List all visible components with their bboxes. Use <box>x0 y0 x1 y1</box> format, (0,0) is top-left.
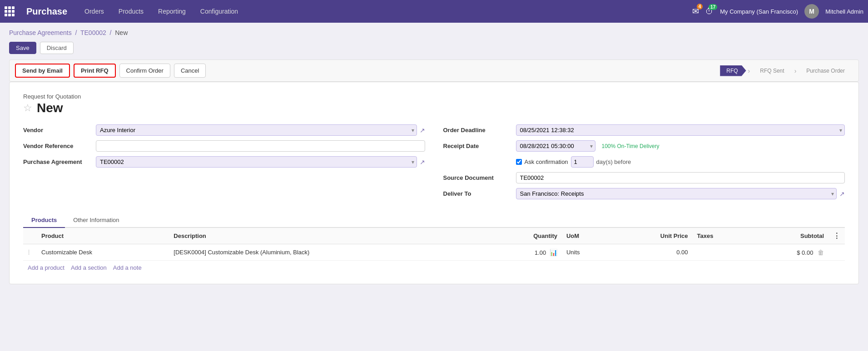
th-quantity: Quantity <box>489 228 562 244</box>
status-purchase-order[interactable]: Purchase Order <box>798 65 853 76</box>
column-menu-icon[interactable]: ⋮ <box>833 232 840 240</box>
source-document-value <box>516 172 845 183</box>
tab-other-information[interactable]: Other Information <box>65 213 127 228</box>
vendor-ref-label: Vendor Reference <box>23 143 96 149</box>
ask-confirmation-days-input[interactable] <box>571 156 594 168</box>
th-product: Product <box>37 228 169 244</box>
menu-orders[interactable]: Orders <box>78 5 110 18</box>
forecast-icon[interactable]: 📊 <box>550 249 557 256</box>
th-handle <box>23 228 37 244</box>
status-rfq-sent[interactable]: RFQ Sent <box>752 65 792 76</box>
source-document-input[interactable] <box>516 172 845 183</box>
purchase-agreement-label: Purchase Agreement <box>23 158 96 165</box>
vendor-ref-value <box>96 140 425 152</box>
deliver-to-label: Deliver To <box>443 190 516 197</box>
breadcrumb-part-2: New <box>115 29 128 36</box>
form-title: New <box>37 101 63 115</box>
purchase-agreement-external-link-icon[interactable]: ↗ <box>420 158 425 166</box>
row-product-cell[interactable]: Customizable Desk <box>37 244 169 261</box>
row-taxes-cell[interactable] <box>693 244 749 261</box>
breadcrumb-part-0[interactable]: Purchase Agreements <box>9 29 72 36</box>
vendor-select[interactable]: Azure Interior <box>96 124 417 136</box>
th-subtotal: Subtotal <box>749 228 828 244</box>
row-quantity-value: 1.00 <box>535 249 546 256</box>
mail-notification[interactable]: ✉ 4 <box>692 6 699 16</box>
purchase-agreement-select-wrap: TE00002 ▾ <box>96 156 417 168</box>
ask-confirmation-checkbox[interactable] <box>516 159 522 165</box>
discard-button[interactable]: Discard <box>40 42 74 54</box>
app-grid-menu[interactable] <box>5 6 17 16</box>
menu-configuration[interactable]: Configuration <box>194 5 244 18</box>
row-subtotal-cell: $ 0.00 🗑 <box>749 244 828 261</box>
row-drag-handle-icon[interactable]: ⁞ <box>28 248 30 256</box>
toolbar-wrap: Send by Email Print RFQ Confirm Order Ca… <box>9 59 859 82</box>
menu-reporting[interactable]: Reporting <box>152 5 192 18</box>
row-subtotal-value: $ 0.00 <box>797 249 813 256</box>
action-bar: Save Discard <box>9 42 859 54</box>
clock-notification[interactable]: ⏱ 17 <box>705 7 714 16</box>
avatar[interactable]: M <box>804 4 819 19</box>
favorite-star-icon[interactable]: ☆ <box>23 102 32 114</box>
print-rfq-button[interactable]: Print RFQ <box>74 64 116 78</box>
ask-confirmation-field-row: Ask confirmation day(s) before <box>443 156 845 168</box>
send-email-button[interactable]: Send by Email <box>15 64 70 78</box>
order-deadline-select-wrap: 08/25/2021 12:38:32 ▾ <box>516 124 845 136</box>
vendor-select-wrap: Azure Interior ▾ <box>96 124 417 136</box>
vendor-label: Vendor <box>23 127 96 133</box>
top-navigation: Purchase Orders Products Reporting Confi… <box>0 0 868 23</box>
deliver-to-external-link-icon[interactable]: ↗ <box>839 190 845 198</box>
source-document-field-row: Source Document <box>443 172 845 183</box>
toolbar-actions: Send by Email Print RFQ Confirm Order Ca… <box>15 64 720 78</box>
deliver-to-field-row: Deliver To San Francisco: Receipts ▾ ↗ <box>443 188 845 199</box>
ask-confirmation-text: Ask confirmation <box>525 158 568 165</box>
purchase-agreement-field-row: Purchase Agreement TE00002 ▾ ↗ <box>23 156 425 168</box>
th-unit-price: Unit Price <box>611 228 692 244</box>
products-table: Product Description Quantity UoM Unit Pr… <box>23 228 845 261</box>
th-menu: ⋮ <box>828 228 845 244</box>
vendor-ref-input[interactable] <box>96 140 425 152</box>
add-section-link[interactable]: Add a section <box>71 264 107 271</box>
user-name: Mitchell Admin <box>825 8 863 15</box>
table-row: ⁞ Customizable Desk [DESK0004] Customiza… <box>23 244 845 261</box>
row-uom-cell: Units <box>562 244 612 261</box>
page-scroll: Purchase Agreements / TE00002 / New Save… <box>0 23 868 291</box>
th-taxes: Taxes <box>693 228 749 244</box>
form-fields-grid: Vendor Azure Interior ▾ ↗ <box>23 124 845 204</box>
tab-products[interactable]: Products <box>23 213 65 228</box>
confirm-order-button[interactable]: Confirm Order <box>119 64 170 78</box>
company-name[interactable]: My Company (San Francisco) <box>720 8 798 15</box>
vendor-value: Azure Interior ▾ ↗ <box>96 124 425 136</box>
form-left-column: Vendor Azure Interior ▾ ↗ <box>23 124 425 204</box>
deliver-to-select[interactable]: San Francisco: Receipts <box>516 188 837 199</box>
vendor-external-link-icon[interactable]: ↗ <box>420 127 425 134</box>
deliver-to-value: San Francisco: Receipts ▾ ↗ <box>516 188 845 199</box>
form-right-column: Order Deadline 08/25/2021 12:38:32 ▾ <box>443 124 845 204</box>
table-header-row: Product Description Quantity UoM Unit Pr… <box>23 228 845 244</box>
status-arrow-2: › <box>794 67 797 74</box>
receipt-date-select[interactable]: 08/28/2021 05:30:00 <box>516 140 595 152</box>
add-links: Add a product Add a section Add a note <box>23 261 845 275</box>
ask-confirmation-value: Ask confirmation day(s) before <box>516 156 845 168</box>
save-button[interactable]: Save <box>9 42 36 54</box>
order-deadline-select[interactable]: 08/25/2021 12:38:32 <box>516 124 845 136</box>
breadcrumb-part-1[interactable]: TE00002 <box>80 29 106 36</box>
row-unit-price-cell[interactable]: 0.00 <box>611 244 692 261</box>
row-delete-icon[interactable]: 🗑 <box>818 249 824 256</box>
menu-products[interactable]: Products <box>112 5 150 18</box>
row-handle-cell: ⁞ <box>23 244 37 261</box>
deliver-to-select-wrap: San Francisco: Receipts ▾ <box>516 188 837 199</box>
row-menu-cell <box>828 244 845 261</box>
topnav-right: ✉ 4 ⏱ 17 My Company (San Francisco) M Mi… <box>692 4 863 19</box>
app-title[interactable]: Purchase <box>26 6 67 17</box>
cancel-button[interactable]: Cancel <box>174 64 206 78</box>
status-rfq[interactable]: RFQ <box>720 65 746 76</box>
purchase-agreement-select[interactable]: TE00002 <box>96 156 417 168</box>
mail-badge: 4 <box>697 4 703 10</box>
purchase-agreement-value: TE00002 ▾ ↗ <box>96 156 425 168</box>
add-note-link[interactable]: Add a note <box>113 264 142 271</box>
top-menu: Orders Products Reporting Configuration <box>78 5 692 18</box>
add-product-link[interactable]: Add a product <box>28 264 64 271</box>
breadcrumb: Purchase Agreements / TE00002 / New <box>9 29 859 36</box>
grid-icon <box>5 6 15 16</box>
form-title-section: Request for Quotation ☆ New <box>23 93 845 115</box>
